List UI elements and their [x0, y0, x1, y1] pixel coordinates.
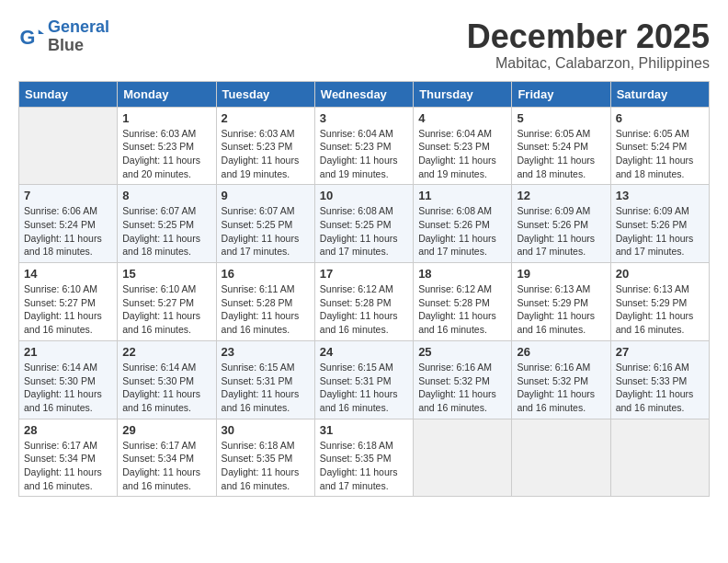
day-cell: 21Sunrise: 6:14 AMSunset: 5:30 PMDayligh…: [19, 340, 118, 419]
day-header-tuesday: Tuesday: [216, 81, 314, 107]
day-number: 29: [122, 423, 210, 437]
day-number: 16: [222, 267, 310, 281]
day-cell: 13Sunrise: 6:09 AMSunset: 5:26 PMDayligh…: [610, 185, 709, 263]
calendar-subtitle: Mabitac, Calabarzon, Philippines: [467, 55, 710, 72]
day-cell: 1Sunrise: 6:03 AMSunset: 5:23 PMDaylight…: [118, 107, 216, 185]
day-info: Sunrise: 6:13 AMSunset: 5:29 PMDaylight:…: [616, 282, 704, 337]
day-info: Sunrise: 6:04 AMSunset: 5:23 PMDaylight:…: [320, 127, 408, 181]
day-cell: 26Sunrise: 6:16 AMSunset: 5:32 PMDayligh…: [512, 340, 610, 419]
day-info: Sunrise: 6:15 AMSunset: 5:31 PMDaylight:…: [320, 361, 408, 415]
day-cell: 2Sunrise: 6:03 AMSunset: 5:23 PMDaylight…: [216, 107, 314, 185]
day-cell: 10Sunrise: 6:08 AMSunset: 5:25 PMDayligh…: [314, 185, 413, 263]
day-cell: 17Sunrise: 6:12 AMSunset: 5:28 PMDayligh…: [314, 263, 413, 341]
day-cell: 3Sunrise: 6:04 AMSunset: 5:23 PMDaylight…: [314, 107, 413, 185]
day-info: Sunrise: 6:10 AMSunset: 5:27 PMDaylight:…: [24, 282, 112, 337]
day-number: 18: [418, 267, 506, 281]
day-number: 26: [517, 345, 605, 359]
day-info: Sunrise: 6:15 AMSunset: 5:31 PMDaylight:…: [222, 361, 310, 415]
day-info: Sunrise: 6:10 AMSunset: 5:27 PMDaylight:…: [122, 282, 210, 337]
day-info: Sunrise: 6:08 AMSunset: 5:26 PMDaylight:…: [418, 204, 506, 259]
day-info: Sunrise: 6:17 AMSunset: 5:34 PMDaylight:…: [122, 439, 210, 493]
day-cell: [610, 419, 709, 497]
calendar-title: December 2025: [467, 18, 710, 55]
logo: G GeneralBlue: [18, 18, 109, 55]
day-info: Sunrise: 6:05 AMSunset: 5:24 PMDaylight:…: [616, 127, 704, 181]
header-row: SundayMondayTuesdayWednesdayThursdayFrid…: [19, 81, 710, 107]
day-cell: 27Sunrise: 6:16 AMSunset: 5:33 PMDayligh…: [610, 340, 709, 419]
day-cell: 29Sunrise: 6:17 AMSunset: 5:34 PMDayligh…: [118, 419, 216, 497]
day-info: Sunrise: 6:13 AMSunset: 5:29 PMDaylight:…: [517, 282, 605, 337]
day-cell: 11Sunrise: 6:08 AMSunset: 5:26 PMDayligh…: [414, 185, 512, 263]
day-info: Sunrise: 6:09 AMSunset: 5:26 PMDaylight:…: [616, 204, 704, 259]
day-number: 22: [122, 345, 210, 359]
day-info: Sunrise: 6:16 AMSunset: 5:32 PMDaylight:…: [517, 361, 605, 415]
day-number: 2: [222, 111, 310, 125]
day-info: Sunrise: 6:14 AMSunset: 5:30 PMDaylight:…: [122, 361, 210, 415]
day-info: Sunrise: 6:16 AMSunset: 5:32 PMDaylight:…: [418, 361, 506, 415]
day-number: 15: [122, 267, 210, 281]
day-info: Sunrise: 6:03 AMSunset: 5:23 PMDaylight:…: [222, 127, 310, 181]
day-info: Sunrise: 6:18 AMSunset: 5:35 PMDaylight:…: [320, 439, 408, 493]
week-row-5: 28Sunrise: 6:17 AMSunset: 5:34 PMDayligh…: [19, 419, 710, 497]
day-info: Sunrise: 6:12 AMSunset: 5:28 PMDaylight:…: [418, 282, 506, 337]
day-number: 19: [517, 267, 605, 281]
day-info: Sunrise: 6:17 AMSunset: 5:34 PMDaylight:…: [24, 439, 112, 493]
day-number: 17: [320, 267, 408, 281]
day-info: Sunrise: 6:03 AMSunset: 5:23 PMDaylight:…: [122, 127, 210, 181]
week-row-2: 7Sunrise: 6:06 AMSunset: 5:24 PMDaylight…: [19, 185, 710, 263]
day-number: 11: [418, 189, 506, 202]
day-cell: 14Sunrise: 6:10 AMSunset: 5:27 PMDayligh…: [19, 263, 118, 341]
day-number: 13: [616, 189, 704, 202]
svg-marker-1: [39, 29, 44, 34]
day-number: 3: [320, 111, 408, 125]
day-cell: 23Sunrise: 6:15 AMSunset: 5:31 PMDayligh…: [216, 340, 314, 419]
day-cell: 15Sunrise: 6:10 AMSunset: 5:27 PMDayligh…: [118, 263, 216, 341]
day-cell: [414, 419, 512, 497]
day-number: 9: [222, 189, 310, 202]
day-number: 24: [320, 345, 408, 359]
day-number: 30: [222, 423, 310, 437]
day-number: 21: [24, 345, 112, 359]
day-info: Sunrise: 6:04 AMSunset: 5:23 PMDaylight:…: [418, 127, 506, 181]
day-number: 23: [222, 345, 310, 359]
day-number: 6: [616, 111, 704, 125]
logo-text: GeneralBlue: [48, 18, 109, 55]
day-number: 31: [320, 423, 408, 437]
day-cell: 8Sunrise: 6:07 AMSunset: 5:25 PMDaylight…: [118, 185, 216, 263]
day-number: 25: [418, 345, 506, 359]
day-info: Sunrise: 6:06 AMSunset: 5:24 PMDaylight:…: [24, 204, 112, 259]
week-row-4: 21Sunrise: 6:14 AMSunset: 5:30 PMDayligh…: [19, 340, 710, 419]
day-header-sunday: Sunday: [19, 81, 118, 107]
day-cell: 25Sunrise: 6:16 AMSunset: 5:32 PMDayligh…: [414, 340, 512, 419]
day-cell: 16Sunrise: 6:11 AMSunset: 5:28 PMDayligh…: [216, 263, 314, 341]
day-cell: [512, 419, 610, 497]
day-header-saturday: Saturday: [610, 81, 709, 107]
logo-icon: G: [18, 24, 44, 50]
day-cell: [19, 107, 118, 185]
calendar-table: SundayMondayTuesdayWednesdayThursdayFrid…: [18, 81, 710, 498]
day-cell: 28Sunrise: 6:17 AMSunset: 5:34 PMDayligh…: [19, 419, 118, 497]
day-info: Sunrise: 6:16 AMSunset: 5:33 PMDaylight:…: [616, 361, 704, 415]
day-number: 27: [616, 345, 704, 359]
day-info: Sunrise: 6:09 AMSunset: 5:26 PMDaylight:…: [517, 204, 605, 259]
day-info: Sunrise: 6:12 AMSunset: 5:28 PMDaylight:…: [320, 282, 408, 337]
day-cell: 12Sunrise: 6:09 AMSunset: 5:26 PMDayligh…: [512, 185, 610, 263]
week-row-1: 1Sunrise: 6:03 AMSunset: 5:23 PMDaylight…: [19, 107, 710, 185]
title-block: December 2025 Mabitac, Calabarzon, Phili…: [467, 18, 710, 72]
day-info: Sunrise: 6:07 AMSunset: 5:25 PMDaylight:…: [222, 204, 310, 259]
day-number: 5: [517, 111, 605, 125]
day-cell: 20Sunrise: 6:13 AMSunset: 5:29 PMDayligh…: [610, 263, 709, 341]
day-info: Sunrise: 6:11 AMSunset: 5:28 PMDaylight:…: [222, 282, 310, 337]
day-number: 14: [24, 267, 112, 281]
day-number: 12: [517, 189, 605, 202]
day-header-monday: Monday: [118, 81, 216, 107]
day-cell: 22Sunrise: 6:14 AMSunset: 5:30 PMDayligh…: [118, 340, 216, 419]
day-cell: 30Sunrise: 6:18 AMSunset: 5:35 PMDayligh…: [216, 419, 314, 497]
day-cell: 24Sunrise: 6:15 AMSunset: 5:31 PMDayligh…: [314, 340, 413, 419]
day-cell: 18Sunrise: 6:12 AMSunset: 5:28 PMDayligh…: [414, 263, 512, 341]
day-number: 4: [418, 111, 506, 125]
svg-text:G: G: [20, 26, 36, 49]
day-info: Sunrise: 6:18 AMSunset: 5:35 PMDaylight:…: [222, 439, 310, 493]
day-number: 10: [320, 189, 408, 202]
day-header-wednesday: Wednesday: [314, 81, 413, 107]
